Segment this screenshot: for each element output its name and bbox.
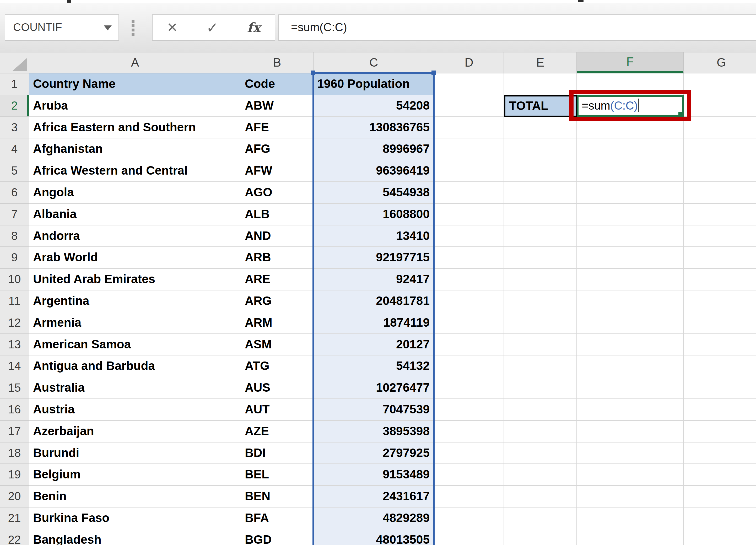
cell-A17[interactable]: Azerbaijan: [29, 421, 241, 443]
cell-F9[interactable]: [577, 247, 684, 269]
cell-G21[interactable]: [684, 508, 756, 529]
cell-C12[interactable]: 1874119: [314, 312, 434, 334]
cell-E1[interactable]: [504, 73, 577, 95]
row-header-19[interactable]: 19: [0, 464, 29, 486]
insert-function-icon[interactable]: fx: [247, 20, 260, 35]
cell-F17[interactable]: [577, 421, 684, 443]
cell-C1[interactable]: 1960 Population: [314, 73, 434, 95]
cell-A15[interactable]: Australia: [29, 377, 241, 399]
cell-G2[interactable]: [684, 95, 756, 117]
cell-C21[interactable]: 4829289: [314, 508, 434, 529]
row-header-2[interactable]: 2: [0, 95, 29, 117]
row-header-15[interactable]: 15: [0, 377, 29, 399]
cell-E22[interactable]: [504, 529, 577, 545]
cell-B7[interactable]: ALB: [241, 204, 314, 225]
cell-B13[interactable]: ASM: [241, 334, 314, 356]
cell-F7[interactable]: [577, 204, 684, 225]
cell-C3[interactable]: 130836765: [314, 117, 434, 139]
cell-G17[interactable]: [684, 421, 756, 443]
cell-G9[interactable]: [684, 247, 756, 269]
row-header-22[interactable]: 22: [0, 529, 29, 545]
cell-G4[interactable]: [684, 138, 756, 160]
cell-A19[interactable]: Belgium: [29, 464, 241, 486]
name-box[interactable]: COUNTIF: [5, 14, 119, 41]
cell-G18[interactable]: [684, 443, 756, 464]
column-header-F[interactable]: F: [577, 52, 684, 73]
cell-C19[interactable]: 9153489: [314, 464, 434, 486]
cell-C13[interactable]: 20127: [314, 334, 434, 356]
cell-D2[interactable]: [434, 95, 504, 117]
cell-C10[interactable]: 92417: [314, 269, 434, 290]
cell-B10[interactable]: ARE: [241, 269, 314, 290]
cell-A10[interactable]: United Arab Emirates: [29, 269, 241, 290]
cell-F6[interactable]: [577, 182, 684, 204]
cell-A3[interactable]: Africa Eastern and Southern: [29, 117, 241, 139]
cell-D8[interactable]: [434, 225, 504, 247]
cell-G5[interactable]: [684, 160, 756, 182]
cell-G7[interactable]: [684, 204, 756, 225]
cell-G3[interactable]: [684, 117, 756, 139]
cell-C2[interactable]: 54208: [314, 95, 434, 117]
cell-F15[interactable]: [577, 377, 684, 399]
cell-B20[interactable]: BEN: [241, 486, 314, 508]
cell-D15[interactable]: [434, 377, 504, 399]
cell-G13[interactable]: [684, 334, 756, 356]
cell-D17[interactable]: [434, 421, 504, 443]
cell-C17[interactable]: 3895398: [314, 421, 434, 443]
column-header-D[interactable]: D: [434, 52, 504, 73]
cell-A11[interactable]: Argentina: [29, 290, 241, 312]
cell-B15[interactable]: AUS: [241, 377, 314, 399]
column-header-E[interactable]: E: [504, 52, 577, 73]
cell-B4[interactable]: AFG: [241, 138, 314, 160]
cell-F4[interactable]: [577, 138, 684, 160]
cell-D18[interactable]: [434, 443, 504, 464]
cell-A6[interactable]: Angola: [29, 182, 241, 204]
cell-D11[interactable]: [434, 290, 504, 312]
cell-E16[interactable]: [504, 399, 577, 421]
cell-F8[interactable]: [577, 225, 684, 247]
cell-B17[interactable]: AZE: [241, 421, 314, 443]
formula-bar[interactable]: =sum(C:C): [278, 14, 756, 41]
cell-B19[interactable]: BEL: [241, 464, 314, 486]
cell-B1[interactable]: Code: [241, 73, 314, 95]
cell-C14[interactable]: 54132: [314, 355, 434, 377]
cell-E19[interactable]: [504, 464, 577, 486]
cell-C20[interactable]: 2431617: [314, 486, 434, 508]
cell-B16[interactable]: AUT: [241, 399, 314, 421]
formula-bar-grip[interactable]: [132, 20, 135, 36]
cell-D21[interactable]: [434, 508, 504, 529]
cell-C9[interactable]: 92197715: [314, 247, 434, 269]
cell-B3[interactable]: AFE: [241, 117, 314, 139]
cell-B8[interactable]: AND: [241, 225, 314, 247]
cell-E4[interactable]: [504, 138, 577, 160]
cell-F3[interactable]: [577, 117, 684, 139]
cell-A16[interactable]: Austria: [29, 399, 241, 421]
cell-F10[interactable]: [577, 269, 684, 290]
cell-A2[interactable]: Aruba: [29, 95, 241, 117]
row-header-14[interactable]: 14: [0, 355, 29, 377]
row-header-7[interactable]: 7: [0, 204, 29, 225]
cell-E5[interactable]: [504, 160, 577, 182]
cell-C4[interactable]: 8996967: [314, 138, 434, 160]
cell-A8[interactable]: Andorra: [29, 225, 241, 247]
cell-E21[interactable]: [504, 508, 577, 529]
cell-F21[interactable]: [577, 508, 684, 529]
cell-A1[interactable]: Country Name: [29, 73, 241, 95]
cell-F22[interactable]: [577, 529, 684, 545]
cell-F19[interactable]: [577, 464, 684, 486]
cell-B2[interactable]: ABW: [241, 95, 314, 117]
row-header-8[interactable]: 8: [0, 225, 29, 247]
cell-C18[interactable]: 2797925: [314, 443, 434, 464]
cell-E14[interactable]: [504, 355, 577, 377]
cell-F18[interactable]: [577, 443, 684, 464]
cell-G10[interactable]: [684, 269, 756, 290]
row-header-9[interactable]: 9: [0, 247, 29, 269]
select-all-corner[interactable]: [0, 52, 29, 73]
row-header-10[interactable]: 10: [0, 269, 29, 290]
cell-A4[interactable]: Afghanistan: [29, 138, 241, 160]
cell-D4[interactable]: [434, 138, 504, 160]
column-header-G[interactable]: G: [684, 52, 756, 73]
cell-F14[interactable]: [577, 355, 684, 377]
cell-A5[interactable]: Africa Western and Central: [29, 160, 241, 182]
cell-A18[interactable]: Burundi: [29, 443, 241, 464]
